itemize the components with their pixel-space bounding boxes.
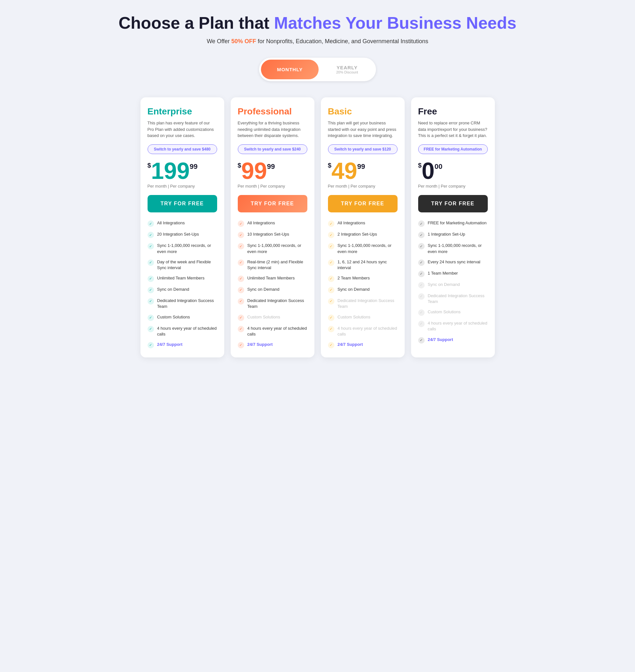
- check-icon: ✓: [238, 287, 244, 293]
- check-icon: ✓: [418, 293, 424, 300]
- feature-text: 2 Team Members: [337, 275, 370, 281]
- feature-text: Sync 1-1,000,000 records, or even more: [157, 243, 217, 254]
- cta-btn-free[interactable]: TRY FOR FREE: [418, 195, 488, 212]
- title-part1: Choose a Plan that: [118, 14, 274, 32]
- check-icon: ✓: [238, 326, 244, 332]
- feature-item: ✓ 4 hours every year of scheduled calls: [238, 326, 307, 337]
- feature-text: Sync 1-1,000,000 records, or even more: [337, 243, 398, 254]
- feature-item: ✓ Real-time (2 min) and Flexible Sync in…: [238, 259, 307, 271]
- feature-text: Sync on Demand: [428, 282, 460, 287]
- check-icon: ✓: [328, 298, 334, 305]
- plan-description-professional: Everything for a thriving business needi…: [238, 120, 307, 139]
- feature-text: Every 24 hours sync interval: [428, 259, 480, 265]
- feature-item: ✓ Unlimited Team Members: [238, 275, 307, 282]
- feature-text: 4 hours every year of scheduled calls: [428, 320, 488, 332]
- price-main-free: 0: [422, 159, 435, 182]
- support-link-free[interactable]: 24/7 Support: [428, 337, 453, 342]
- plan-name-basic: Basic: [328, 106, 398, 117]
- plan-description-basic: This plan will get your business started…: [328, 120, 398, 139]
- check-icon: ✓: [148, 259, 154, 266]
- feature-text: Custom Solutions: [337, 314, 371, 320]
- feature-text: 20 Integration Set-Ups: [157, 232, 199, 237]
- feature-item: ✓ Sync on Demand: [148, 286, 217, 293]
- price-main-basic: 49: [331, 159, 357, 182]
- check-icon: ✓: [328, 276, 334, 282]
- feature-item: ✓ Dedicated Integration Success Team: [148, 298, 217, 309]
- feature-text: 10 Integration Set-Ups: [247, 232, 289, 237]
- features-list-enterprise: ✓ All Integrations ✓ 20 Integration Set-…: [148, 220, 217, 348]
- plan-description-enterprise: This plan has every feature of our Pro P…: [148, 120, 217, 139]
- feature-text: Day of the week and Flexible Sync interv…: [157, 259, 217, 271]
- price-dollar-free: $: [418, 162, 422, 169]
- feature-text: Unlimited Team Members: [157, 275, 204, 281]
- feature-item: ✓ Sync on Demand: [238, 286, 307, 293]
- feature-item: ✓ 2 Team Members: [328, 275, 398, 282]
- check-icon: ✓: [238, 220, 244, 227]
- feature-item: ✓ Custom Solutions: [328, 314, 398, 321]
- cta-btn-basic[interactable]: TRY FOR FREE: [328, 195, 398, 212]
- feature-item: ✓ Sync 1-1,000,000 records, or even more: [148, 243, 217, 254]
- support-link-enterprise[interactable]: 24/7 Support: [157, 342, 183, 347]
- check-icon: ✓: [148, 232, 154, 238]
- billing-toggle: MONTHLY YEARLY 20% Discount: [6, 58, 629, 81]
- switch-badge-enterprise: Switch to yearly and save $480: [148, 145, 217, 154]
- feature-text: 24/7 Support: [247, 342, 273, 347]
- feature-text: 24/7 Support: [157, 342, 183, 347]
- price-row-basic: $ 49 99: [328, 159, 398, 182]
- check-icon: ✓: [328, 326, 334, 332]
- cta-btn-professional[interactable]: TRY FOR FREE: [238, 195, 307, 212]
- feature-item: ✓ Day of the week and Flexible Sync inte…: [148, 259, 217, 271]
- yearly-label: YEARLY: [337, 65, 357, 70]
- feature-item: ✓ Sync 1-1,000,000 records, or even more: [328, 243, 398, 254]
- page-title: Choose a Plan that Matches Your Business…: [6, 13, 629, 33]
- check-icon: ✓: [328, 243, 334, 250]
- check-icon: ✓: [148, 276, 154, 282]
- price-period-free: Per month | Per company: [418, 184, 488, 189]
- price-dollar-professional: $: [238, 162, 241, 169]
- page-header: Choose a Plan that Matches Your Business…: [6, 13, 629, 45]
- price-cents-professional: 99: [267, 162, 275, 171]
- support-link-professional[interactable]: 24/7 Support: [247, 342, 273, 347]
- check-icon: ✓: [238, 276, 244, 282]
- check-icon: ✓: [238, 298, 244, 305]
- switch-badge-free: FREE for Marketing Automation: [418, 145, 488, 154]
- feature-text: 24/7 Support: [337, 342, 363, 347]
- price-period-professional: Per month | Per company: [238, 184, 307, 189]
- feature-text: All Integrations: [157, 220, 185, 226]
- feature-text: Dedicated Integration Success Team: [337, 298, 398, 309]
- feature-text: 24/7 Support: [428, 337, 453, 343]
- feature-text: 4 hours every year of scheduled calls: [247, 326, 307, 337]
- feature-item: ✓ Sync 1-1,000,000 records, or even more: [238, 243, 307, 254]
- plan-name-free: Free: [418, 106, 488, 117]
- price-dollar-basic: $: [328, 162, 331, 169]
- subtitle-post: for Nonprofits, Education, Medicine, and…: [256, 38, 428, 44]
- check-icon: ✓: [418, 321, 424, 327]
- check-icon: ✓: [328, 342, 334, 348]
- feature-item: ✓ 1, 6, 12 and 24 hours sync interval: [328, 259, 398, 271]
- switch-badge-professional: Switch to yearly and save $240: [238, 145, 307, 154]
- feature-item: ✓ 1 Team Member: [418, 270, 488, 277]
- price-cents-enterprise: 99: [190, 162, 197, 171]
- subtitle-highlight: 50% OFF: [231, 38, 256, 44]
- price-cents-free: 00: [435, 162, 442, 171]
- feature-item: ✓ Dedicated Integration Success Team: [418, 293, 488, 305]
- support-link-basic[interactable]: 24/7 Support: [337, 342, 363, 347]
- check-icon: ✓: [418, 282, 424, 288]
- feature-item: ✓ 24/7 Support: [238, 342, 307, 348]
- feature-text: Sync on Demand: [157, 286, 190, 292]
- check-icon: ✓: [148, 326, 154, 332]
- feature-text: Custom Solutions: [157, 314, 190, 320]
- check-icon: ✓: [418, 271, 424, 277]
- check-icon: ✓: [238, 342, 244, 348]
- cta-btn-enterprise[interactable]: TRY FOR FREE: [148, 195, 217, 212]
- feature-item: ✓ Sync on Demand: [328, 286, 398, 293]
- check-icon: ✓: [418, 220, 424, 227]
- feature-item: ✓ Unlimited Team Members: [148, 275, 217, 282]
- yearly-toggle[interactable]: YEARLY 20% Discount: [320, 60, 374, 79]
- plan-card-free: Free Need to replace error prone CRM dat…: [411, 97, 495, 357]
- check-icon: ✓: [328, 315, 334, 321]
- monthly-toggle[interactable]: MONTHLY: [261, 60, 319, 79]
- feature-text: Sync 1-1,000,000 records, or even more: [247, 243, 307, 254]
- feature-text: Dedicated Integration Success Team: [247, 298, 307, 309]
- feature-item: ✓ FREE for Marketing Automation: [418, 220, 488, 227]
